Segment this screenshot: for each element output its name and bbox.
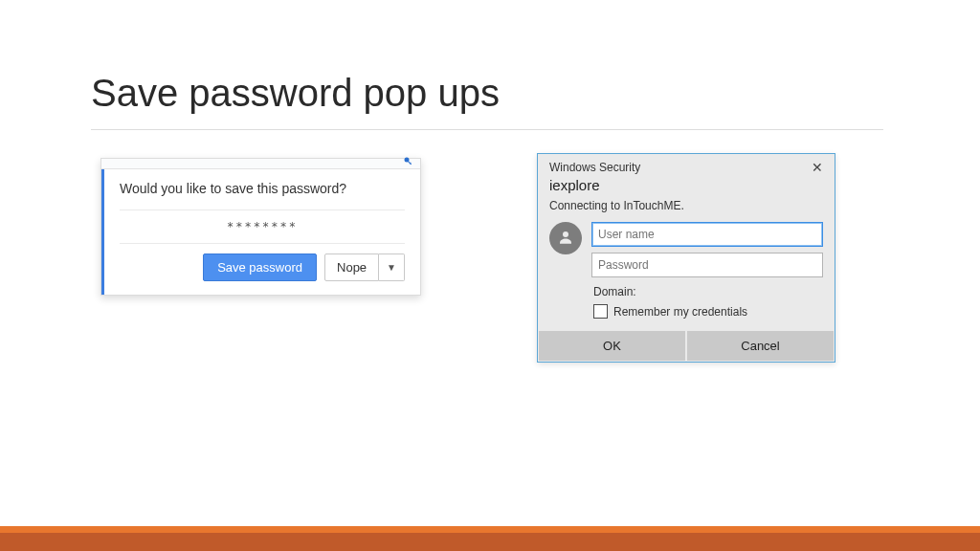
close-button[interactable]: ✕: [808, 160, 827, 175]
popup-header-bar: [101, 159, 420, 169]
credential-fields: [591, 222, 823, 277]
masked-password: ********: [120, 209, 405, 243]
page-title: Save password pop ups: [91, 72, 500, 115]
dialog-heading: iexplore: [538, 177, 835, 197]
person-icon: [557, 229, 574, 249]
save-password-question: Would you like to save this password?: [120, 181, 405, 196]
svg-point-3: [563, 231, 568, 237]
nope-button[interactable]: Nope: [324, 253, 379, 281]
chrome-save-password-popup: Would you like to save this password? **…: [100, 158, 421, 296]
ok-button[interactable]: OK: [539, 331, 685, 361]
credentials-area: [538, 222, 835, 277]
popup-body: Would you like to save this password? **…: [101, 169, 420, 295]
key-icon: [403, 156, 414, 170]
password-input[interactable]: [591, 253, 823, 277]
domain-label: Domain:: [538, 277, 835, 302]
windows-security-dialog: Windows Security ✕ iexplore Connecting t…: [537, 153, 835, 363]
dialog-button-row: OK Cancel: [538, 330, 835, 362]
remember-checkbox[interactable]: [593, 304, 608, 319]
close-icon: ✕: [812, 160, 823, 175]
remember-label: Remember my credentials: [613, 305, 747, 319]
nope-button-group: Nope ▼: [324, 253, 405, 281]
dialog-subtext: Connecting to InTouchME.: [538, 197, 835, 222]
slide-footer-accent: [0, 526, 980, 551]
cancel-button[interactable]: Cancel: [687, 331, 834, 361]
dialog-titlebar: Windows Security ✕: [538, 154, 835, 177]
dialog-title: Windows Security: [549, 161, 640, 174]
username-input[interactable]: [591, 222, 823, 247]
nope-dropdown-button[interactable]: ▼: [379, 253, 405, 281]
save-password-button[interactable]: Save password: [203, 253, 317, 281]
popup-actions: Save password Nope ▼: [120, 243, 405, 283]
user-avatar: [549, 222, 582, 254]
chevron-down-icon: ▼: [387, 262, 396, 273]
remember-credentials-row[interactable]: Remember my credentials: [538, 302, 835, 330]
title-underline: [91, 129, 883, 130]
slide: Save password pop ups Would you like to …: [0, 0, 980, 551]
